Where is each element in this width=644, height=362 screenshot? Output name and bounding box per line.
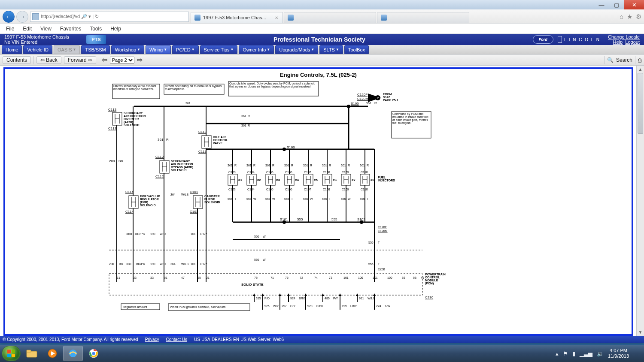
browser-tab[interactable] <box>284 12 376 23</box>
tray-battery-icon[interactable]: ▮ <box>572 350 575 357</box>
titlebar[interactable]: — ▢ ✕ <box>0 0 644 9</box>
toolbar-tab-workshop[interactable]: Workshop▼ <box>111 45 144 54</box>
toolbar-tab-owner-info[interactable]: Owner Info▼ <box>239 45 274 54</box>
toolbar-tab-service-tips[interactable]: Service Tips▼ <box>200 45 238 54</box>
scroll-up-icon[interactable]: ▲ <box>637 66 644 73</box>
vehicle-line2: No VIN Entered <box>4 39 69 45</box>
toolbar-tab-slts[interactable]: SLTS▼ <box>319 45 343 54</box>
diagram-frame: Engine Controls, 7.5L (025-2) Directs se… <box>3 67 633 336</box>
scroll-down-icon[interactable]: ▼ <box>637 329 644 336</box>
svg-text:C114: C114 <box>125 190 134 194</box>
menu-item-edit[interactable]: Edit <box>19 25 35 33</box>
browser-tab[interactable] <box>377 12 469 23</box>
pts-title: Professional Technician Society <box>106 36 533 43</box>
pts-logo: PTS <box>86 35 106 44</box>
toolbar-tab-toolbox[interactable]: ToolBox <box>344 45 369 54</box>
svg-text:380: 380 <box>126 262 131 265</box>
chrome-task-icon[interactable] <box>84 346 103 361</box>
tray-volume-icon[interactable]: 🔉 <box>597 350 604 357</box>
svg-text:#1: #1 <box>238 178 242 182</box>
menu-item-view[interactable]: View <box>37 25 55 33</box>
close-button[interactable]: ✕ <box>624 0 644 9</box>
ie-tools: ⌂ ★ ⚙ <box>620 13 641 21</box>
chevron-down-icon: ▼ <box>336 48 339 51</box>
menu-item-tools[interactable]: Tools <box>86 25 105 33</box>
menu-item-favorites[interactable]: Favorites <box>57 25 85 33</box>
page-forward-button[interactable]: Forward⇨ <box>64 56 96 64</box>
tray-network-icon[interactable]: ▁▃▅ <box>580 350 592 357</box>
svg-text:W: W <box>348 197 351 200</box>
svg-text:556: 556 <box>303 197 308 200</box>
change-locale-link[interactable]: Change Locale <box>608 34 640 39</box>
menu-bar[interactable]: FileEditViewFavoritesToolsHelp <box>0 24 644 34</box>
toolbar-tab-home[interactable]: Home <box>2 45 22 54</box>
address-bar[interactable]: http://[redacted]/vd 🔎 ▾ | ↻ <box>30 12 189 22</box>
svg-text:BR: BR <box>118 159 123 163</box>
toolbar-tab-pc-ed[interactable]: PC/ED▼ <box>172 45 199 54</box>
taskbar[interactable]: ▴ ⚑ ▮ ▁▃▅ 🔉 4:07 PM 11/9/2013 <box>0 345 644 362</box>
help-link[interactable]: Help <box>613 39 623 45</box>
prev-page-icon[interactable]: ⇦ <box>102 56 107 64</box>
privacy-link[interactable]: Privacy <box>145 337 159 342</box>
back-button[interactable]: ← <box>3 11 15 23</box>
svg-text:GY/Y: GY/Y <box>200 232 207 235</box>
tray-up-icon[interactable]: ▴ <box>556 350 559 357</box>
wmplayer-task-icon[interactable] <box>43 346 62 361</box>
pts-toolbar[interactable]: HomeVehicle IDOASIS▼TSB/SSMWorkshop▼Wiri… <box>0 45 644 54</box>
page-select[interactable]: Page 2 <box>110 57 134 63</box>
scroll-thumb[interactable] <box>638 73 643 134</box>
toolbar-tab-upgrade-mods[interactable]: Upgrade/Mods▼ <box>275 45 318 54</box>
svg-text:S101: S101 <box>280 217 288 221</box>
start-button[interactable] <box>2 346 21 361</box>
contents-button[interactable]: Contents <box>3 56 31 64</box>
forward-button[interactable]: → <box>16 11 28 23</box>
toolbar-tab-tsb-ssm[interactable]: TSB/SSM <box>81 45 109 54</box>
svg-text:100: 100 <box>387 276 392 279</box>
system-tray[interactable]: ▴ ⚑ ▮ ▁▃▅ 🔉 4:07 PM 11/9/2013 <box>556 345 642 362</box>
svg-text:T: T <box>329 197 331 200</box>
vertical-scrollbar[interactable]: ▲ ▼ <box>636 66 644 336</box>
tray-date: 11/9/2013 <box>608 353 629 359</box>
page-back-button[interactable]: ⇦Back <box>36 56 61 64</box>
vehicle-info: 1997 F-53 Motorhome Chassis No VIN Enter… <box>4 34 69 45</box>
tools-icon[interactable]: ⚙ <box>636 13 641 21</box>
svg-text:R: R <box>291 164 293 167</box>
explorer-task-icon[interactable] <box>22 346 41 361</box>
search-icon[interactable]: 🔍 <box>607 57 614 63</box>
ie-task-icon[interactable] <box>64 346 82 361</box>
svg-text:101: 101 <box>343 276 349 279</box>
svg-text:R: R <box>329 164 331 167</box>
search-label[interactable]: Search <box>616 57 632 63</box>
svg-text:#6: #6 <box>333 178 337 182</box>
svg-text:W: W <box>310 197 313 200</box>
svg-marker-219 <box>279 293 281 296</box>
menu-item-help[interactable]: Help <box>107 25 125 33</box>
show-desktop-button[interactable] <box>636 345 641 362</box>
tray-clock[interactable]: 4:07 PM 11/9/2013 <box>608 348 629 359</box>
menu-item-file[interactable]: File <box>3 25 18 33</box>
svg-text:BR/PK: BR/PK <box>136 262 145 265</box>
svg-text:W: W <box>263 235 266 238</box>
tray-flag-icon[interactable]: ⚑ <box>563 350 568 357</box>
svg-text:C120M: C120M <box>378 229 388 232</box>
svg-text:556: 556 <box>246 197 252 200</box>
svg-text:R: R <box>253 164 255 167</box>
maximize-button[interactable]: ▢ <box>609 0 624 9</box>
print-icon[interactable]: ⎙ <box>638 57 641 63</box>
svg-text:#2: #2 <box>257 178 261 182</box>
tab-label: ToolBox <box>348 47 365 52</box>
favicon-icon <box>194 15 200 21</box>
toolbar-tab-wiring[interactable]: Wiring▼ <box>146 45 171 54</box>
tab-close-icon[interactable]: ✕ <box>275 15 278 20</box>
minimize-button[interactable]: — <box>594 0 609 9</box>
next-page-icon[interactable]: ⇨ <box>137 56 143 64</box>
browser-tab[interactable]: 1997 F-53 Motorhome Chas...✕ <box>191 12 283 23</box>
favorites-icon[interactable]: ★ <box>627 13 632 21</box>
svg-text:#4: #4 <box>295 178 299 182</box>
svg-text:200: 200 <box>109 159 115 163</box>
toolbar-tab-vehicle-id[interactable]: Vehicle ID <box>23 45 52 54</box>
logout-link[interactable]: Logout <box>625 39 640 45</box>
contact-link[interactable]: Contact Us <box>166 337 187 342</box>
browser-tabs: 1997 F-53 Motorhome Chas...✕ <box>191 10 469 23</box>
home-icon[interactable]: ⌂ <box>620 13 623 21</box>
